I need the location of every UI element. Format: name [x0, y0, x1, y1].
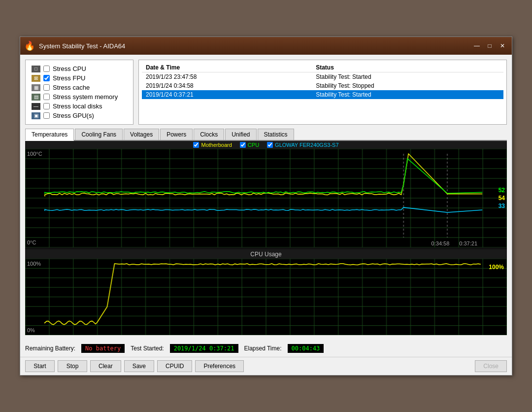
temp-x-label1: 0:34:58 [432, 240, 450, 246]
log-row[interactable]: 2019/1/24 0:37:21 Stability Test: Starte… [142, 90, 503, 99]
stress-checkbox-gpu[interactable] [43, 112, 50, 119]
button-bar: Start Stop Clear Save CPUID Preferences … [20, 357, 512, 375]
stress-item-cache: ▦ Stress cache [32, 83, 127, 92]
save-button[interactable]: Save [124, 360, 154, 372]
stress-label-cache: Stress cache [53, 84, 90, 91]
temp-chart-container: Motherboard CPU GLOWAY FER240GS3-S7 100°… [25, 141, 507, 247]
stop-button[interactable]: Stop [58, 360, 87, 372]
stress-item-cpu: □ Stress CPU [32, 64, 127, 73]
tab-temperatures[interactable]: Temperatures [25, 129, 74, 141]
legend-checkbox[interactable] [267, 142, 273, 148]
title-bar: 🔥 System Stability Test - AIDA64 — □ ✕ [20, 37, 512, 55]
stress-label-fpu: Stress FPU [53, 74, 85, 82]
log-cell-status: Stability Test: Stopped [312, 81, 503, 90]
stress-icon-fpu: ⊠ [32, 75, 40, 82]
stress-item-gpu: ▣ Stress GPU(s) [32, 111, 127, 120]
battery-value: No battery [81, 344, 125, 353]
stress-checkbox-cache[interactable] [43, 84, 50, 91]
legend-label: GLOWAY FER240GS3-S7 [275, 142, 338, 148]
stress-icon-cpu: □ [32, 66, 40, 72]
minimize-button[interactable]: — [471, 40, 482, 51]
tab-powers[interactable]: Powers [160, 129, 193, 140]
temp-value: 33 [499, 203, 505, 209]
log-row[interactable]: 2019/1/23 23:47:58 Stability Test: Start… [142, 72, 503, 82]
clear-button[interactable]: Clear [90, 360, 121, 372]
close-window-button[interactable]: ✕ [497, 40, 508, 51]
charts-section: Motherboard CPU GLOWAY FER240GS3-S7 100°… [25, 141, 507, 335]
tab-unified[interactable]: Unified [225, 129, 256, 140]
battery-label: Remaining Battery: [25, 345, 75, 352]
preferences-button[interactable]: Preferences [195, 360, 244, 372]
stress-label-cpu: Stress CPU [53, 65, 86, 72]
window-controls: — □ ✕ [471, 40, 508, 51]
legend-label: Motherboard [201, 142, 232, 148]
temp-value: 54 [499, 195, 505, 202]
stress-item-fpu: ⊠ Stress FPU [32, 73, 127, 83]
stress-checkbox-fpu[interactable] [43, 75, 50, 81]
stress-label-disks: Stress local disks [53, 103, 102, 110]
stress-checkbox-disks[interactable] [43, 103, 50, 109]
start-button[interactable]: Start [25, 360, 55, 372]
log-cell-status: Stability Test: Started [312, 90, 503, 99]
cpu-chart-block: 100% 0% 100% [25, 259, 507, 335]
elapsed-label: Elapsed Time: [244, 345, 282, 352]
elapsed-value: 00:04:43 [288, 344, 324, 353]
status-bar: Remaining Battery: No battery Test Start… [20, 340, 512, 357]
stress-item-disks: — Stress local disks [32, 102, 127, 111]
log-cell-status: Stability Test: Started [312, 72, 503, 82]
stress-item-memory: ▤ Stress system memory [32, 92, 127, 102]
temp-chart-legend: Motherboard CPU GLOWAY FER240GS3-S7 [25, 141, 507, 149]
close-button[interactable]: Close [475, 360, 507, 372]
main-content: □ Stress CPU ⊠ Stress FPU ▦ Stress cache… [20, 55, 512, 340]
maximize-button[interactable]: □ [484, 40, 495, 51]
temp-chart-block: 100°C 0°C 525433 0:34:58 0:37:21 [25, 149, 507, 247]
legend-label: CPU [248, 142, 259, 148]
temp-values-right: 525433 [499, 187, 505, 209]
legend-checkbox[interactable] [193, 142, 199, 148]
log-table: Date & Time Status 2019/1/23 23:47:58 St… [142, 63, 503, 99]
stress-label-memory: Stress system memory [53, 93, 118, 101]
cpu-chart-title: CPU Usage [25, 249, 507, 259]
window-title: System Stability Test - AIDA64 [39, 42, 125, 50]
tabs-bar: TemperaturesCooling FansVoltagesPowersCl… [25, 129, 507, 141]
temp-value: 52 [499, 187, 505, 194]
tab-cooling_fans[interactable]: Cooling Fans [75, 129, 123, 140]
cpu-chart-container: CPU Usage 100% 0% 100% [25, 249, 507, 335]
tab-voltages[interactable]: Voltages [124, 129, 159, 140]
stress-icon-gpu: ▣ [32, 112, 40, 119]
log-col-status: Status [312, 63, 503, 72]
legend-item: Motherboard [193, 142, 232, 148]
cpuid-button[interactable]: CPUID [157, 360, 192, 372]
stress-options-panel: □ Stress CPU ⊠ Stress FPU ▦ Stress cache… [25, 60, 133, 125]
main-window: 🔥 System Stability Test - AIDA64 — □ ✕ □… [20, 36, 512, 376]
app-icon: 🔥 [24, 40, 35, 51]
log-panel: Date & Time Status 2019/1/23 23:47:58 St… [138, 60, 507, 125]
log-row[interactable]: 2019/1/24 0:34:58 Stability Test: Stoppe… [142, 81, 503, 90]
stress-icon-memory: ▤ [32, 94, 40, 101]
legend-item: CPU [240, 142, 259, 148]
cpu-value-right: 100% [489, 264, 504, 271]
tab-statistics[interactable]: Statistics [258, 129, 294, 140]
stress-icon-cache: ▦ [32, 84, 40, 91]
test-started-label: Test Started: [131, 345, 164, 352]
temp-x-labels: 0:34:58 0:37:21 [432, 240, 477, 246]
test-started-value: 2019/1/24 0:37:21 [170, 344, 238, 353]
legend-item: GLOWAY FER240GS3-S7 [267, 142, 338, 148]
log-col-datetime: Date & Time [142, 63, 312, 72]
stress-checkbox-memory[interactable] [43, 94, 50, 100]
temp-x-label2: 0:37:21 [459, 240, 477, 246]
top-section: □ Stress CPU ⊠ Stress FPU ▦ Stress cache… [25, 60, 507, 125]
legend-checkbox[interactable] [240, 142, 246, 148]
title-left: 🔥 System Stability Test - AIDA64 [24, 40, 125, 51]
log-cell-date: 2019/1/24 0:37:21 [142, 90, 312, 99]
stress-label-gpu: Stress GPU(s) [53, 112, 94, 119]
tab-clocks[interactable]: Clocks [194, 129, 224, 140]
stress-checkbox-cpu[interactable] [43, 66, 50, 72]
log-cell-date: 2019/1/23 23:47:58 [142, 72, 312, 82]
log-cell-date: 2019/1/24 0:34:58 [142, 81, 312, 90]
stress-icon-disks: — [32, 103, 40, 110]
